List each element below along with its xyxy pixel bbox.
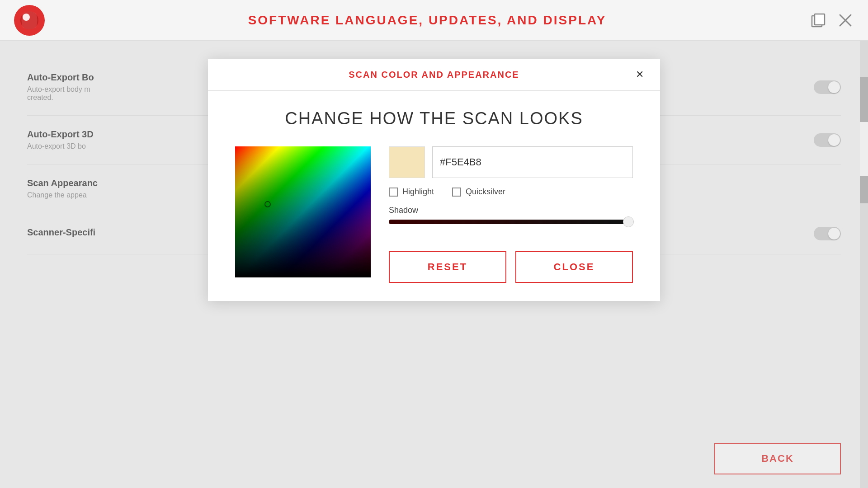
svg-rect-4: [815, 14, 825, 25]
shadow-label: Shadow: [389, 206, 633, 215]
copy-window-icon[interactable]: [809, 11, 827, 29]
color-hex-input[interactable]: [432, 146, 633, 178]
close-button[interactable]: CLOSE: [515, 251, 633, 283]
color-picker-area: Highlight Quicksilver Shadow RESET: [235, 146, 633, 283]
shadow-slider-fill: [389, 220, 613, 224]
checkbox-row: Highlight Quicksilver: [389, 187, 633, 197]
highlight-checkbox[interactable]: [389, 188, 398, 197]
quicksilver-label: Quicksilver: [466, 187, 505, 197]
dialog-buttons: RESET CLOSE: [389, 251, 633, 283]
color-gradient-picker[interactable]: [235, 146, 371, 277]
svg-point-2: [23, 14, 30, 21]
color-controls: Highlight Quicksilver Shadow RESET: [389, 146, 633, 283]
color-swatch-row: [389, 146, 633, 178]
top-bar: SOFTWARE LANGUAGE, UPDATES, AND DISPLAY: [0, 0, 868, 41]
window-controls: [809, 11, 854, 29]
highlight-label: Highlight: [402, 187, 434, 197]
crosshair-indicator: [264, 201, 271, 207]
app-logo: [14, 5, 45, 36]
highlight-checkbox-item[interactable]: Highlight: [389, 187, 434, 197]
page-title: SOFTWARE LANGUAGE, UPDATES, AND DISPLAY: [45, 13, 809, 28]
quicksilver-checkbox[interactable]: [452, 188, 461, 197]
dialog-title: SCAN COLOR AND APPEARANCE: [235, 70, 633, 80]
shadow-row: Shadow: [389, 206, 633, 224]
shadow-slider-thumb[interactable]: [623, 216, 634, 227]
shadow-slider-track[interactable]: [389, 220, 633, 224]
dialog-close-icon[interactable]: ✕: [633, 68, 646, 81]
quicksilver-checkbox-item[interactable]: Quicksilver: [452, 187, 505, 197]
color-swatch[interactable]: [389, 146, 425, 178]
dialog-main-title: CHANGE HOW THE SCAN LOOKS: [235, 109, 633, 128]
reset-button[interactable]: RESET: [389, 251, 506, 283]
close-window-icon[interactable]: [836, 11, 854, 29]
scan-color-dialog: SCAN COLOR AND APPEARANCE ✕ CHANGE HOW T…: [208, 59, 660, 301]
dialog-body: CHANGE HOW THE SCAN LOOKS Highlight: [208, 91, 660, 301]
dialog-header: SCAN COLOR AND APPEARANCE ✕: [208, 59, 660, 91]
